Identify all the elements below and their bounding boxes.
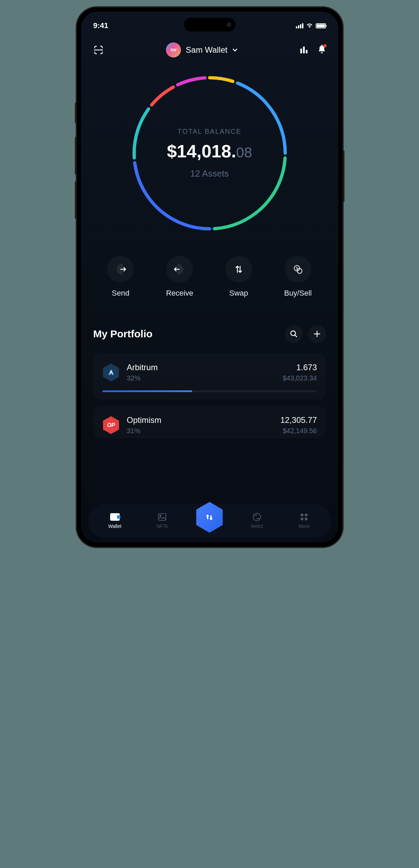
more-icon xyxy=(299,513,309,521)
tab-more[interactable]: More xyxy=(289,513,319,529)
tab-web3[interactable]: Web3 xyxy=(241,513,272,529)
notification-badge xyxy=(323,44,327,48)
svg-rect-14 xyxy=(301,514,303,516)
asset-info: Optimism 31% xyxy=(127,415,274,435)
tab-bar: Wallet NFTs Web3 More xyxy=(88,504,331,538)
asset-name: Arbitrum xyxy=(127,363,276,372)
swap-icon xyxy=(225,256,252,283)
wallet-initials: SW xyxy=(170,48,176,52)
tab-nfts[interactable]: NFTs xyxy=(147,513,178,529)
wifi-icon xyxy=(306,23,313,28)
tab-label: Wallet xyxy=(108,523,121,529)
portfolio-actions xyxy=(285,325,326,343)
scan-icon[interactable] xyxy=(93,46,104,54)
status-time: 9:41 xyxy=(93,21,108,30)
svg-rect-11 xyxy=(158,514,166,520)
notifications-button[interactable] xyxy=(318,45,326,55)
svg-rect-17 xyxy=(305,518,307,520)
top-bar-right xyxy=(300,45,326,55)
balance-ring: TOTAL BALANCE $14,018.08 12 Assets xyxy=(128,71,292,235)
web3-icon xyxy=(252,513,262,521)
send-button[interactable]: Send xyxy=(107,256,134,298)
receive-button[interactable]: Receive xyxy=(166,256,193,298)
balance-cents: 08 xyxy=(236,144,252,160)
asset-usd: $43,023.34 xyxy=(283,374,317,382)
asset-percent: 31% xyxy=(127,427,274,435)
asset-values: 1.673 $43,023.34 xyxy=(283,363,317,382)
send-icon xyxy=(107,256,134,283)
optimism-icon: OP xyxy=(102,416,120,434)
buysell-label: Buy/Sell xyxy=(284,289,312,298)
asset-info: Arbitrum 32% xyxy=(127,363,276,382)
swap-button[interactable]: Swap xyxy=(225,256,252,298)
asset-card-arbitrum[interactable]: Arbitrum 32% 1.673 $43,023.34 xyxy=(93,353,326,400)
portfolio-title: My Portfolio xyxy=(93,328,153,340)
balance-label: TOTAL BALANCE xyxy=(167,128,252,135)
wallet-icon xyxy=(110,513,120,521)
assets-count: 12 Assets xyxy=(167,168,252,179)
buysell-button[interactable]: $ Buy/Sell xyxy=(284,256,312,298)
swap-label: Swap xyxy=(225,289,252,298)
asset-usd: $42,149.56 xyxy=(280,427,317,435)
svg-rect-15 xyxy=(305,514,307,516)
asset-progress xyxy=(102,390,317,392)
tab-wallet[interactable]: Wallet xyxy=(100,513,130,529)
asset-percent: 32% xyxy=(127,374,276,382)
tab-label: More xyxy=(299,523,310,529)
receive-icon xyxy=(166,256,193,283)
search-icon xyxy=(290,330,298,338)
svg-point-10 xyxy=(291,331,296,336)
buysell-icon: $ xyxy=(285,256,311,283)
tab-label: Web3 xyxy=(251,523,263,529)
arbitrum-icon xyxy=(102,364,120,381)
asset-amount: 12,305.77 xyxy=(280,415,317,425)
asset-amount: 1.673 xyxy=(283,363,317,372)
send-label: Send xyxy=(107,289,134,298)
stats-icon[interactable] xyxy=(300,47,307,53)
notch xyxy=(184,18,235,31)
asset-values: 12,305.77 $42,149.56 xyxy=(280,415,317,435)
balance-center: TOTAL BALANCE $14,018.08 12 Assets xyxy=(167,128,252,179)
top-bar: SW Sam Wallet xyxy=(81,32,338,64)
wallet-name: Sam Wallet xyxy=(186,45,227,55)
svg-rect-16 xyxy=(301,518,303,520)
actions-row: Send Receive Swap $ Buy/Sell xyxy=(81,235,338,311)
balance-major: $14,018. xyxy=(167,141,236,161)
battery-icon xyxy=(316,23,326,28)
asset-card-optimism[interactable]: OP Optimism 31% 12,305.77 $42,149.56 xyxy=(93,406,326,438)
signal-icon xyxy=(296,23,303,28)
asset-name: Optimism xyxy=(127,415,274,425)
receive-label: Receive xyxy=(166,289,193,298)
status-icons xyxy=(296,23,326,28)
portfolio-section: My Portfolio Arbitrum xyxy=(81,311,338,438)
center-action-button[interactable] xyxy=(194,502,225,533)
svg-point-13 xyxy=(253,513,261,521)
balance-amount: $14,018.08 xyxy=(167,141,252,161)
progress-fill xyxy=(102,390,193,392)
svg-point-12 xyxy=(160,515,161,516)
wallet-avatar: SW xyxy=(166,42,181,57)
nfts-icon xyxy=(157,513,167,521)
screen: 9:41 SW Sam Wallet xyxy=(81,12,338,543)
phone-frame: 9:41 SW Sam Wallet xyxy=(76,7,343,547)
wallet-selector[interactable]: SW Sam Wallet xyxy=(166,42,238,57)
chevron-down-icon xyxy=(232,48,238,52)
add-button[interactable] xyxy=(308,325,326,343)
tab-label: NFTs xyxy=(157,523,168,529)
plus-icon xyxy=(314,331,320,337)
swap-fab-icon xyxy=(204,512,214,522)
portfolio-header: My Portfolio xyxy=(93,325,326,343)
search-button[interactable] xyxy=(285,325,303,343)
